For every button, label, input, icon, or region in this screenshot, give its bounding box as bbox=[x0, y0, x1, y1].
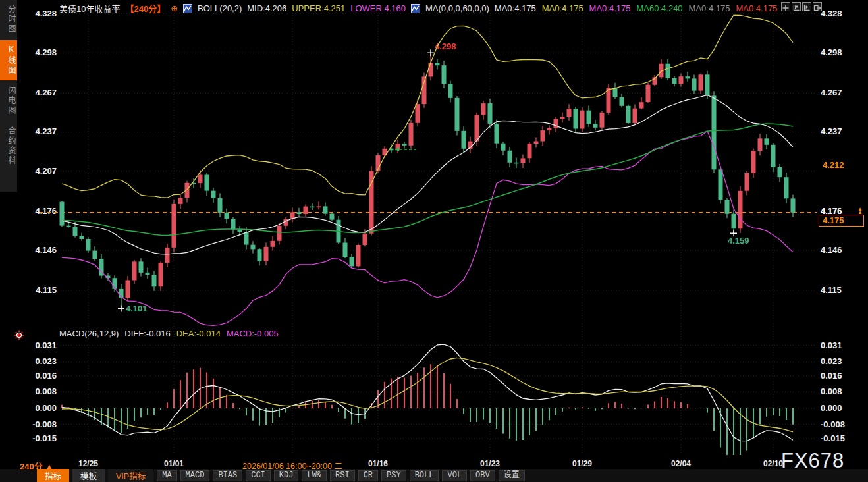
sidebar-tab-3[interactable]: 合约资料 bbox=[0, 122, 17, 171]
toolbar-button-rsi[interactable]: RSI bbox=[330, 470, 355, 481]
toolbar-button-macd[interactable]: MACD bbox=[180, 470, 210, 481]
add-indicator-icon[interactable]: ⊕ bbox=[171, 3, 178, 13]
ma-value-5: MA0:4.175 bbox=[736, 3, 777, 13]
toolbar-button-obv[interactable]: OBV bbox=[470, 470, 495, 481]
boll-label: BOLL(20,2) bbox=[198, 3, 242, 13]
symbol-title: 美债10年收益率 bbox=[59, 2, 120, 14]
ma-value-0: MA0:4.175 bbox=[495, 3, 536, 13]
ma-chart-icon[interactable] bbox=[411, 4, 420, 13]
popout-icon[interactable] bbox=[813, 2, 822, 11]
scale-axis-icon[interactable] bbox=[792, 2, 801, 11]
scale-play-icon[interactable] bbox=[802, 2, 811, 11]
boll-chart-icon[interactable] bbox=[183, 4, 192, 13]
boll-mid: MID:4.206 bbox=[247, 3, 286, 13]
ma-value-3: MA60:4.240 bbox=[636, 3, 682, 13]
toolbar-button-cci[interactable]: CCI bbox=[246, 470, 271, 481]
toolbar-button-vol[interactable]: VOL bbox=[442, 470, 467, 481]
ma-label: MA(0,0,0,60,0,0) bbox=[425, 3, 489, 13]
toolbar-tab-1[interactable]: 模板 bbox=[72, 469, 105, 482]
toolbar-tab-0[interactable]: 指标 bbox=[37, 469, 69, 482]
ma-value-2: MA0:4.175 bbox=[589, 3, 631, 13]
toolbar-button-bias[interactable]: BIAS bbox=[213, 470, 242, 481]
window-controls bbox=[781, 2, 822, 11]
toolbar-button-kdj[interactable]: KDJ bbox=[274, 470, 299, 481]
boll-upper: UPPER:4.251 bbox=[292, 3, 345, 13]
chart-canvas[interactable] bbox=[0, 0, 868, 482]
ma-value-1: MA0:4.175 bbox=[542, 3, 583, 13]
toolbar-tab-2[interactable]: VIP指标 bbox=[108, 469, 153, 482]
toolbar-button-ma[interactable]: MA bbox=[157, 470, 176, 481]
indicator-header: 美债10年收益率 【240分】 ⊕ BOLL(20,2) MID:4.206 U… bbox=[59, 2, 777, 14]
sidebar: 分时图K线图闪电图合约资料 bbox=[0, 0, 17, 192]
period-label: 【240分】 bbox=[125, 2, 165, 14]
ma-values: MA0:4.175MA0:4.175MA0:4.175MA60:4.240MA0… bbox=[495, 3, 777, 13]
toolbar-button-cr[interactable]: CR bbox=[358, 470, 378, 481]
toolbar-button-psy[interactable]: PSY bbox=[381, 470, 406, 481]
crosshair-icon[interactable] bbox=[781, 2, 790, 11]
sidebar-tab-0[interactable]: 分时图 bbox=[0, 0, 17, 39]
sidebar-tab-1[interactable]: K线图 bbox=[0, 40, 17, 80]
ma-value-4: MA0:4.175 bbox=[689, 3, 730, 13]
toolbar-button-lw[interactable]: LW& bbox=[302, 470, 327, 481]
bottom-toolbar: 指标模板VIP指标MAMACDBIASCCIKDJLW&RSICRPSYBOLL… bbox=[0, 469, 868, 482]
boll-lower: LOWER:4.160 bbox=[350, 3, 406, 13]
sidebar-tab-2[interactable]: 闪电图 bbox=[0, 82, 17, 120]
toolbar-button-boll[interactable]: BOLL bbox=[410, 470, 439, 481]
toolbar-button-[interactable]: 设置 bbox=[499, 470, 525, 481]
